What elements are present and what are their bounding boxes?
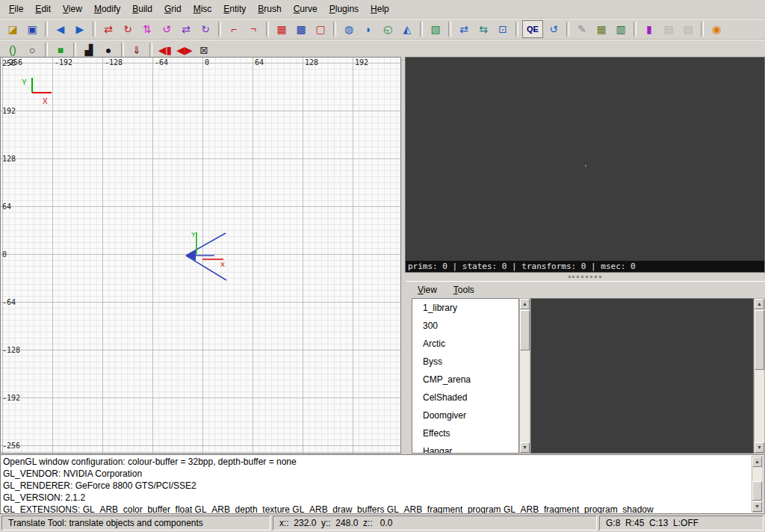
pane-splitter[interactable] [405,273,765,281]
texture-folder[interactable]: Byss [412,353,518,371]
texture-lock-icon[interactable]: ✎ [573,21,591,37]
camera-view[interactable]: prims: 0 | states: 0 | transforms: 0 | m… [405,57,765,273]
no-clip-icon[interactable]: ⊠ [195,42,213,58]
disabled-icon-b[interactable]: ▤ [679,21,697,37]
model-browser-icon[interactable]: ▦ [592,21,610,37]
scroll-up-icon[interactable]: ▲ [752,457,762,467]
main-toolbar: ◪▣◀▶⇄↻⇅↺⇄↻⌐¬▦▩▢◍◗◵◭▧⇄⇆⊡QE↺✎▦▥▮▤▤◉ [0,19,765,40]
brush-primitives-icon[interactable]: () [4,42,22,58]
texture-folder[interactable]: Doomgiver [412,406,518,424]
texture-display-scrollbar[interactable]: ▲ ▼ [754,298,765,454]
scrollbar-thumb[interactable] [752,481,762,501]
ruler-label: -64 [2,298,16,306]
train-path-icon[interactable]: ▟ [80,42,98,58]
change-views-icon[interactable]: ⇄ [455,21,473,37]
console-log: OpenGL window configuration: colour-buff… [3,456,751,513]
menu-plugins[interactable]: Plugins [323,1,365,16]
splitter-handle-icon [569,276,601,278]
plotter-icon[interactable]: ● [99,42,117,58]
undo-icon[interactable]: ◀ [52,21,69,37]
rotate-z-icon[interactable]: ↻ [196,21,214,37]
texture-browser-panel: ViewTools 1_library300ArcticByssCMP_aren… [406,281,765,454]
console-panel: OpenGL window configuration: colour-buff… [0,454,765,514]
scrollbar-thumb[interactable] [520,310,530,350]
scroll-up-icon[interactable]: ▲ [520,299,530,309]
polygon-prism-icon[interactable]: ○ [23,42,41,58]
scroll-up-icon[interactable]: ▲ [755,299,764,309]
toolbar-separator [566,22,569,37]
texture-folder[interactable]: Effects [412,424,518,442]
grid-view[interactable]: Y X Y X -256-192-128-6406412819225625619… [0,57,401,454]
menu-view[interactable]: View [57,1,88,16]
texture-menu-view[interactable]: View [412,282,443,297]
scroll-down-icon[interactable]: ▼ [752,501,762,512]
translate-gizmo[interactable]: Y X [161,220,244,288]
refresh-models-icon[interactable]: ⇆ [474,21,492,37]
make-hollow-icon[interactable]: ▢ [312,21,329,37]
curve-cylinder-icon[interactable]: ◍ [340,21,358,37]
next-portal-icon[interactable]: ◀▶ [176,42,193,58]
texture-folder[interactable]: Arctic [412,335,518,353]
menu-build[interactable]: Build [126,1,158,16]
status-tool-hint: Translate Tool: translate objects and co… [1,516,270,531]
cubic-clip-icon[interactable]: ⊡ [494,21,512,37]
texture-folder[interactable]: Hangar [412,442,518,454]
ruler-label: 192 [2,107,16,115]
scrollbar-thumb[interactable] [755,310,764,370]
plugin-icon[interactable]: ▮ [640,21,658,37]
save-icon[interactable]: ▣ [23,21,41,37]
menu-grid[interactable]: Grid [158,1,188,16]
menu-entity[interactable]: Entity [217,1,252,16]
flip-z-icon[interactable]: ⇄ [177,21,195,37]
texture-folder[interactable]: 1_library [412,299,518,317]
menu-edit[interactable]: Edit [29,1,57,16]
folder-list-scrollbar[interactable]: ▲ ▼ [519,298,530,454]
texture-display-area[interactable] [530,298,754,454]
menu-help[interactable]: Help [365,1,395,16]
flip-x-icon[interactable]: ⇄ [99,21,117,37]
menu-file[interactable]: File [3,1,29,16]
menu-curve[interactable]: Curve [288,1,323,16]
toolbar-separator [448,22,451,37]
console-scrollbar[interactable]: ▲ ▼ [752,456,764,513]
select-touching-icon[interactable]: ⌐ [225,21,243,37]
camera-stats: prims: 0 | states: 0 | transforms: 0 | m… [406,261,764,272]
menu-misc[interactable]: Misc [188,1,218,16]
rotate-y-icon[interactable]: ↺ [158,21,176,37]
scroll-down-icon[interactable]: ▼ [755,442,764,453]
menu-bar: FileEditViewModifyBuildGridMiscEntityBru… [0,0,765,19]
drop-entity-icon[interactable]: ⇓ [128,42,146,58]
rotate-x-icon[interactable]: ↻ [119,21,137,37]
ruler-label: 0 [205,58,209,66]
caulk-icon[interactable]: ■ [52,42,69,58]
texture-menu-tools[interactable]: Tools [447,282,480,297]
texture-browser-icon[interactable]: ▧ [427,21,445,37]
curve-bevel-icon[interactable]: ◵ [379,21,397,37]
ruler-label: 0 [2,250,7,259]
console-line: OpenGL window configuration: colour-buff… [3,456,751,468]
disabled-icon-a[interactable]: ▤ [660,21,678,37]
qe-views-button[interactable]: QE [522,20,543,38]
ruler-label: 64 [2,202,11,211]
ruler-label: 256 [2,59,16,67]
scroll-down-icon[interactable]: ▼ [520,442,530,453]
texture-panel-menubar: ViewTools [406,282,765,298]
curve-endcap-icon[interactable]: ◗ [359,21,377,37]
texture-folder[interactable]: CelShaded [412,389,518,406]
bobtoolz-icon[interactable]: ◉ [707,21,725,37]
open-icon[interactable]: ◪ [4,21,22,37]
texture-folder[interactable]: 300 [412,317,518,335]
menu-brush[interactable]: Brush [252,1,287,16]
flip-y-icon[interactable]: ⇅ [138,21,156,37]
free-rotation-icon[interactable]: ↺ [545,21,563,37]
csg-subtract-icon[interactable]: ▦ [273,21,291,37]
select-inside-icon[interactable]: ¬ [244,21,262,37]
menu-modify[interactable]: Modify [88,1,126,16]
prev-portal-icon[interactable]: ◀▮ [156,42,174,58]
console-line: GL_VENDOR: NVIDIA Corporation [3,468,751,480]
redo-icon[interactable]: ▶ [71,21,89,37]
csg-merge-icon[interactable]: ▩ [292,21,310,37]
texture-folder[interactable]: CMP_arena [412,371,518,389]
curve-cone-icon[interactable]: ◭ [398,21,416,37]
entity-list-icon[interactable]: ▥ [612,21,630,37]
